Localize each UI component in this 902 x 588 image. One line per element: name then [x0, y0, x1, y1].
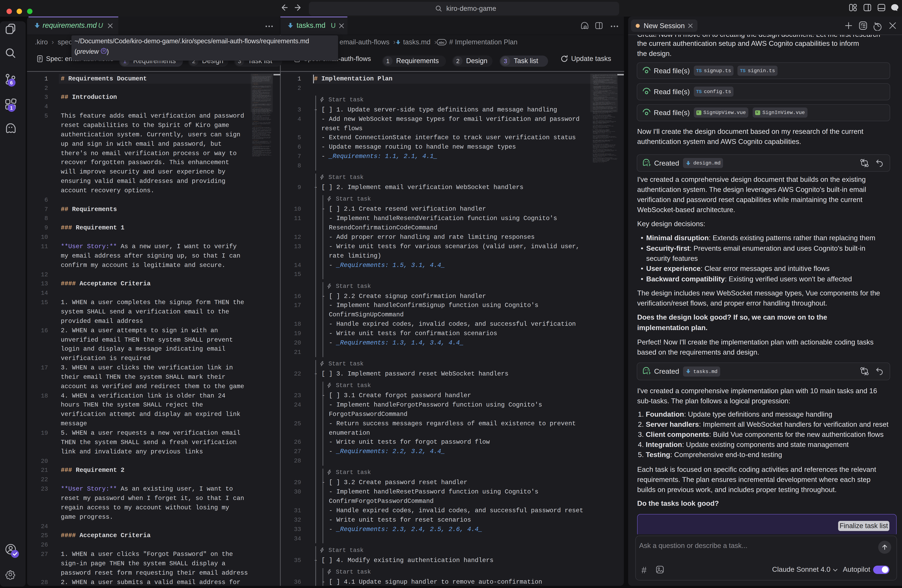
svg-text:abc: abc: [439, 41, 445, 44]
